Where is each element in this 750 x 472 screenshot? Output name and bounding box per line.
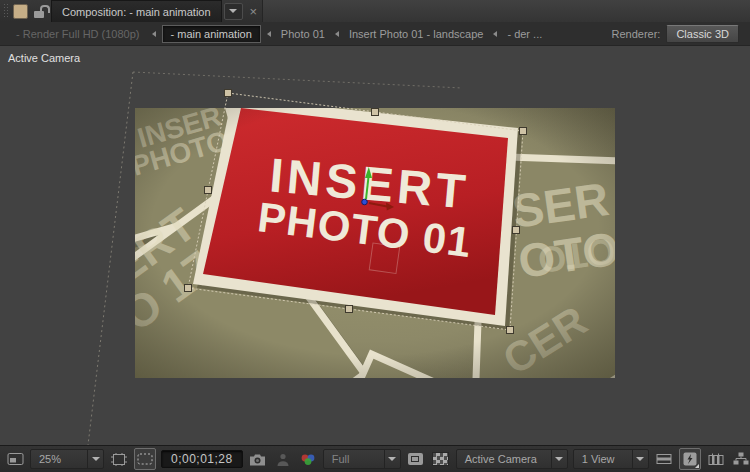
tab-dropdown-button[interactable] — [224, 3, 243, 20]
region-of-interest-icon — [408, 453, 423, 465]
crumb-arrow-icon — [267, 31, 271, 37]
composition-viewport[interactable]: Active Camera — [0, 46, 750, 445]
crumb-insert-photo-01-landscape[interactable]: Insert Photo 01 - landscape — [349, 28, 484, 40]
show-snapshot-button[interactable] — [273, 449, 293, 469]
resolution-dropdown[interactable]: Full — [323, 449, 401, 469]
chevron-down-icon — [92, 457, 100, 461]
vignette — [135, 108, 615, 378]
view-layout-value: 1 View — [574, 453, 632, 465]
toggle-mask-visibility-button[interactable] — [134, 448, 156, 470]
magnification-value: 25% — [31, 453, 87, 465]
panel-tab-bar: Composition: - main animation × — [0, 0, 750, 22]
magnification-dropdown[interactable]: 25% — [30, 449, 104, 469]
renderer-button[interactable]: Classic 3D — [666, 25, 739, 43]
checkerboard-icon — [432, 452, 449, 466]
tab-title: Composition: - main animation — [62, 6, 211, 18]
active-camera-label: Active Camera — [8, 52, 80, 64]
empty-tab-well — [262, 0, 750, 22]
always-preview-this-view-button[interactable] — [5, 449, 25, 469]
view-layout-dropdown[interactable]: 1 View — [573, 449, 649, 469]
layer-wireframe-edge — [88, 72, 133, 445]
current-time-field[interactable]: 0;00;01;28 — [161, 450, 243, 468]
renderer-label: Renderer: — [612, 28, 667, 40]
comp-render-canvas[interactable]: INSER PHOTO ERT O 17 SER OTO CER OTO INS… — [135, 108, 615, 378]
menu-corner-icon — [695, 464, 699, 468]
grid-and-guides-button[interactable] — [109, 449, 129, 469]
panel-color-swatch-icon — [13, 4, 28, 19]
chevron-down-icon — [388, 457, 396, 461]
tab-composition[interactable]: Composition: - main animation — [51, 0, 222, 22]
crumb-der[interactable]: - der ... — [507, 28, 542, 40]
composition-navigator-bar: - Render Full HD (1080p) - main animatio… — [0, 22, 750, 46]
crumb-arrow-icon — [152, 31, 156, 37]
layer-wireframe-edge — [133, 72, 462, 88]
comp-artwork: INSER PHOTO ERT O 17 SER OTO CER OTO INS… — [135, 108, 615, 378]
resolution-value: Full — [324, 453, 384, 465]
3d-view-value: Active Camera — [457, 453, 551, 465]
take-snapshot-button[interactable] — [248, 449, 268, 469]
crumb-arrow-icon — [493, 31, 497, 37]
crumb-main-animation[interactable]: - main animation — [162, 25, 261, 43]
after-effects-composition-panel: Composition: - main animation × - Render… — [0, 0, 750, 472]
chevron-down-icon — [636, 457, 644, 461]
composition-flowchart-button[interactable] — [731, 449, 750, 469]
tab-close-button[interactable]: × — [245, 0, 263, 22]
toggle-transparency-grid-button[interactable] — [431, 449, 451, 469]
show-channel-settings-button[interactable] — [298, 449, 318, 469]
viewer-toolbar: 25% 0;00;01;28 Full — [0, 445, 750, 472]
crumb-photo-01[interactable]: Photo 01 — [281, 28, 325, 40]
viewer-unlock-icon[interactable] — [33, 4, 49, 19]
crumb-render-full-hd[interactable]: - Render Full HD (1080p) — [16, 28, 140, 40]
crumb-arrow-icon — [335, 31, 339, 37]
timeline-button[interactable] — [706, 449, 726, 469]
chevron-down-icon — [555, 457, 563, 461]
pixel-aspect-correction-button[interactable] — [654, 449, 674, 469]
panel-grip-handle[interactable] — [3, 3, 8, 19]
fast-previews-button[interactable] — [679, 448, 701, 470]
region-of-interest-button[interactable] — [406, 449, 426, 469]
3d-view-dropdown[interactable]: Active Camera — [456, 449, 568, 469]
handle-top-left[interactable] — [225, 90, 232, 97]
chevron-down-icon — [229, 9, 237, 13]
